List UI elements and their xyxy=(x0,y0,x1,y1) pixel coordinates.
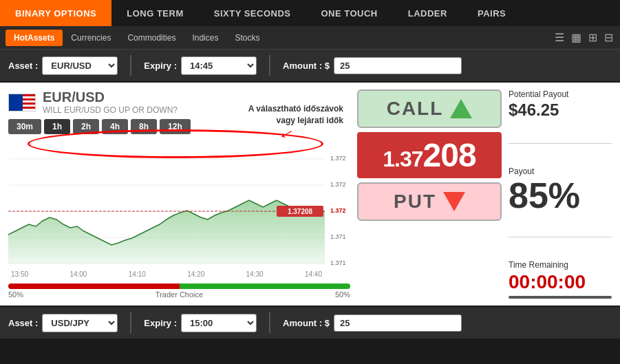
trader-center-label: Trader Choice xyxy=(156,290,203,299)
asset-label: Asset : xyxy=(8,61,38,71)
svg-rect-1 xyxy=(23,94,36,96)
expiry-label: Expiry : xyxy=(144,61,177,71)
bottom-expiry-control: Expiry : 15:00 xyxy=(144,314,257,332)
amount-label: Amount : $ xyxy=(283,61,330,71)
top-navigation: BINARY OPTIONS LONG TERM SIXTY SECONDS O… xyxy=(0,0,620,26)
call-button[interactable]: CALL xyxy=(357,89,502,128)
chart-subtitle: WILL EUR/USD GO UP OR DOWN? xyxy=(43,105,178,115)
grid-large-icon[interactable]: ⊞ xyxy=(587,30,599,45)
time-label-2: 14:00 xyxy=(70,270,87,278)
trader-labels: 50% Trader Choice 50% xyxy=(8,290,350,299)
amount-control: Amount : $ xyxy=(283,57,462,74)
time-label-6: 14:40 xyxy=(305,270,322,278)
tab-indices[interactable]: Indices xyxy=(184,30,226,46)
svg-rect-2 xyxy=(23,96,36,98)
trader-bar-visual xyxy=(8,283,350,289)
time-label-4: 14:20 xyxy=(187,270,204,278)
svg-rect-7 xyxy=(23,107,36,109)
view-icons: ☰ ▦ ⊞ ⊟ xyxy=(553,30,614,45)
time-remaining-stat: Time Remaining 00:00:00 xyxy=(509,260,612,299)
bottom-controls-row: Asset : USD/JPY Expiry : 15:00 Amount : … xyxy=(0,307,620,339)
expiry-control: Expiry : 14:45 xyxy=(144,56,257,75)
grid-small-icon[interactable]: ▦ xyxy=(570,30,583,45)
price-suffix: 208 xyxy=(423,137,476,173)
tab-commodities[interactable]: Commodities xyxy=(119,30,184,46)
payout-label: Payout xyxy=(509,167,612,176)
bottom-amount-input[interactable] xyxy=(334,314,462,332)
time-btn-2h[interactable]: 2h xyxy=(73,119,99,134)
potential-payout-value: $46.25 xyxy=(509,100,612,120)
svg-rect-0 xyxy=(9,94,23,111)
svg-rect-5 xyxy=(23,103,36,105)
trader-left-pct: 50% xyxy=(8,290,23,299)
time-labels: 13:50 14:00 14:10 14:20 14:30 14:40 xyxy=(8,270,325,278)
price-big-display: 1.37208 xyxy=(360,136,499,174)
amount-input[interactable] xyxy=(334,57,462,74)
divider-2 xyxy=(269,55,270,76)
nav-ladder[interactable]: LADDER xyxy=(393,0,462,26)
asset-select[interactable]: EUR/USD xyxy=(42,56,118,75)
time-btn-12h[interactable]: 12h xyxy=(160,119,191,134)
nav-one-touch[interactable]: ONE TOUCH xyxy=(306,0,392,26)
nav-long-term[interactable]: LONG TERM xyxy=(111,0,199,26)
put-label: PUT xyxy=(394,191,436,213)
time-remaining-value: 00:00:00 xyxy=(509,271,612,293)
tab-hot-assets[interactable]: HotAssets xyxy=(6,30,63,46)
svg-text:1.37165: 1.37165 xyxy=(330,259,345,266)
tab-stocks[interactable]: Stocks xyxy=(226,30,268,46)
bottom-amount-label: Amount : $ xyxy=(283,318,330,328)
call-triangle-icon xyxy=(450,99,472,118)
trader-right-pct: 50% xyxy=(335,290,350,299)
bottom-asset-label: Asset : xyxy=(8,318,38,328)
bottom-amount-control: Amount : $ xyxy=(283,314,462,332)
call-label: CALL xyxy=(387,98,444,120)
svg-rect-3 xyxy=(23,98,36,100)
put-triangle-icon xyxy=(443,192,465,211)
time-label-5: 14:30 xyxy=(246,270,264,278)
put-button[interactable]: PUT xyxy=(357,182,502,221)
svg-text:1.37186: 1.37186 xyxy=(330,233,345,240)
time-label-3: 14:10 xyxy=(129,270,146,278)
call-put-panel: CALL 1.37208 PUT xyxy=(357,89,502,299)
main-content: A választható időszávok vagy lejárati id… xyxy=(0,83,620,306)
current-price-display: 1.37208 xyxy=(357,132,502,178)
svg-rect-4 xyxy=(23,100,36,103)
bottom-divider-2 xyxy=(269,312,270,333)
nav-pairs[interactable]: PAIRS xyxy=(462,0,521,26)
top-controls-row: Asset : EUR/USD Expiry : 14:45 Amount : … xyxy=(0,50,620,83)
stats-panel: Potential Payout $46.25 Payout 85% Time … xyxy=(509,89,612,299)
time-label-1: 13:50 xyxy=(11,270,28,278)
nav-sixty-seconds[interactable]: SIXTY SECONDS xyxy=(199,0,306,26)
bottom-expiry-select[interactable]: 15:00 xyxy=(181,314,257,332)
time-period-buttons: 30m 1h 2h 4h 8h 12h xyxy=(8,119,350,134)
bottom-expiry-label: Expiry : xyxy=(144,318,177,328)
svg-rect-8 xyxy=(23,109,36,111)
payout-stat: Payout 85% xyxy=(509,167,612,213)
list-icon[interactable]: ☰ xyxy=(553,30,566,45)
price-chart: 1.37208 1.37251 1.37229 1.37208 1.37186 … xyxy=(8,138,345,269)
expiry-select[interactable]: 14:45 xyxy=(181,56,257,75)
time-btn-30m[interactable]: 30m xyxy=(8,119,41,134)
time-btn-1h[interactable]: 1h xyxy=(44,119,70,134)
stats-divider-2 xyxy=(509,237,612,237)
chart-area: A választható időszávok vagy lejárati id… xyxy=(8,89,350,299)
chart-container: 1.37208 1.37251 1.37229 1.37208 1.37186 … xyxy=(8,138,350,269)
nav-binary-options[interactable]: BINARY OPTIONS xyxy=(0,0,111,26)
bottom-divider-1 xyxy=(130,312,131,333)
bottom-asset-select[interactable]: USD/JPY xyxy=(42,314,118,332)
more-icon[interactable]: ⊟ xyxy=(603,30,614,45)
svg-text:1.37251: 1.37251 xyxy=(330,155,345,162)
potential-payout-label: Potential Payout xyxy=(509,89,612,99)
divider-1 xyxy=(130,55,131,76)
eur-usd-flag xyxy=(8,94,36,111)
chart-symbol: EUR/USD xyxy=(43,89,178,105)
time-btn-4h[interactable]: 4h xyxy=(102,119,128,134)
sub-navigation: HotAssets Currencies Commodities Indices… xyxy=(0,26,620,50)
stats-divider-1 xyxy=(509,143,612,144)
svg-text:1.37208: 1.37208 xyxy=(330,207,345,214)
time-btn-8h[interactable]: 8h xyxy=(131,119,157,134)
price-prefix: 1.37 xyxy=(383,147,423,171)
time-progress-bar xyxy=(509,296,612,299)
tab-currencies[interactable]: Currencies xyxy=(63,30,119,46)
svg-rect-6 xyxy=(23,105,36,107)
